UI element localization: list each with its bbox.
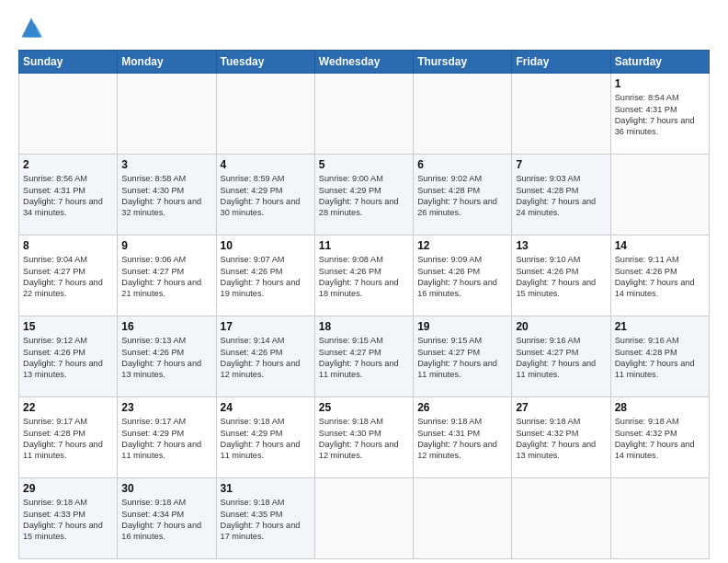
day-info: Sunrise: 8:59 AMSunset: 4:29 PMDaylight:… [221,173,311,219]
calendar-cell [610,155,709,236]
calendar-cell: 9Sunrise: 9:06 AMSunset: 4:27 PMDaylight… [118,236,216,316]
calendar-day-header: Monday [118,51,216,74]
logo-icon [18,15,44,40]
day-number: 31 [221,481,311,496]
calendar-cell [19,74,118,155]
calendar-cell: 29Sunrise: 9:18 AMSunset: 4:33 PMDayligh… [19,478,118,559]
calendar-cell [216,74,314,155]
calendar-cell: 14Sunrise: 9:11 AMSunset: 4:26 PMDayligh… [610,236,709,316]
day-number: 21 [615,319,705,334]
calendar-cell [314,74,413,155]
calendar-cell: 21Sunrise: 9:16 AMSunset: 4:28 PMDayligh… [610,316,709,397]
day-info: Sunrise: 9:18 AMSunset: 4:30 PMDaylight:… [319,416,409,462]
day-info: Sunrise: 9:02 AMSunset: 4:28 PMDaylight:… [417,173,507,219]
day-number: 15 [23,319,113,334]
day-info: Sunrise: 9:15 AMSunset: 4:27 PMDaylight:… [319,335,409,381]
day-number: 4 [221,157,311,172]
day-number: 3 [121,157,211,172]
calendar-cell: 4Sunrise: 8:59 AMSunset: 4:29 PMDaylight… [216,155,314,236]
day-number: 18 [319,319,409,334]
calendar-week-row: 15Sunrise: 9:12 AMSunset: 4:26 PMDayligh… [19,316,710,397]
calendar-cell [414,478,512,559]
day-info: Sunrise: 9:17 AMSunset: 4:28 PMDaylight:… [23,416,113,462]
calendar-cell [512,478,610,559]
day-number: 30 [121,481,211,496]
calendar-cell: 17Sunrise: 9:14 AMSunset: 4:26 PMDayligh… [216,316,314,397]
calendar-cell: 11Sunrise: 9:08 AMSunset: 4:26 PMDayligh… [314,236,413,316]
calendar-body: 1Sunrise: 8:54 AMSunset: 4:31 PMDaylight… [19,74,710,559]
day-info: Sunrise: 9:04 AMSunset: 4:27 PMDaylight:… [23,254,113,300]
day-number: 27 [516,400,606,415]
day-info: Sunrise: 9:18 AMSunset: 4:34 PMDaylight:… [121,497,211,543]
day-number: 20 [516,319,606,334]
calendar-day-header: Tuesday [216,51,314,74]
day-number: 1 [615,76,705,91]
day-info: Sunrise: 9:15 AMSunset: 4:27 PMDaylight:… [417,335,507,381]
day-number: 9 [121,238,211,253]
day-info: Sunrise: 9:18 AMSunset: 4:29 PMDaylight:… [221,416,311,462]
calendar-cell [118,74,216,155]
calendar-header-row: SundayMondayTuesdayWednesdayThursdayFrid… [19,51,710,74]
day-number: 12 [417,238,507,253]
calendar-cell: 28Sunrise: 9:18 AMSunset: 4:32 PMDayligh… [610,397,709,478]
day-number: 22 [23,400,113,415]
calendar-week-row: 2Sunrise: 8:56 AMSunset: 4:31 PMDaylight… [19,155,710,236]
calendar-cell: 16Sunrise: 9:13 AMSunset: 4:26 PMDayligh… [118,316,216,397]
day-number: 14 [615,238,705,253]
calendar-day-header: Sunday [19,51,118,74]
day-number: 7 [516,157,606,172]
calendar-cell: 20Sunrise: 9:16 AMSunset: 4:27 PMDayligh… [512,316,610,397]
day-number: 26 [417,400,507,415]
calendar-cell: 15Sunrise: 9:12 AMSunset: 4:26 PMDayligh… [19,316,118,397]
day-number: 25 [319,400,409,415]
calendar-cell: 31Sunrise: 9:18 AMSunset: 4:35 PMDayligh… [216,478,314,559]
day-info: Sunrise: 9:06 AMSunset: 4:27 PMDaylight:… [121,254,211,300]
calendar-cell: 10Sunrise: 9:07 AMSunset: 4:26 PMDayligh… [216,236,314,316]
day-number: 13 [516,238,606,253]
calendar-day-header: Saturday [610,51,709,74]
day-number: 6 [417,157,507,172]
calendar-cell: 26Sunrise: 9:18 AMSunset: 4:31 PMDayligh… [414,397,512,478]
day-number: 16 [121,319,211,334]
calendar-cell [610,478,709,559]
day-number: 8 [23,238,113,253]
day-number: 19 [417,319,507,334]
day-info: Sunrise: 9:17 AMSunset: 4:29 PMDaylight:… [121,416,211,462]
header [18,15,710,40]
calendar-cell: 22Sunrise: 9:17 AMSunset: 4:28 PMDayligh… [19,397,118,478]
day-info: Sunrise: 9:14 AMSunset: 4:26 PMDaylight:… [221,335,311,381]
day-number: 17 [221,319,311,334]
day-number: 28 [615,400,705,415]
day-info: Sunrise: 9:00 AMSunset: 4:29 PMDaylight:… [319,173,409,219]
calendar-cell: 8Sunrise: 9:04 AMSunset: 4:27 PMDaylight… [19,236,118,316]
day-info: Sunrise: 8:58 AMSunset: 4:30 PMDaylight:… [121,173,211,219]
calendar-cell: 6Sunrise: 9:02 AMSunset: 4:28 PMDaylight… [414,155,512,236]
calendar-cell [512,74,610,155]
day-info: Sunrise: 9:12 AMSunset: 4:26 PMDaylight:… [23,335,113,381]
day-info: Sunrise: 8:56 AMSunset: 4:31 PMDaylight:… [23,173,113,219]
day-info: Sunrise: 9:18 AMSunset: 4:32 PMDaylight:… [615,416,705,462]
day-info: Sunrise: 9:03 AMSunset: 4:28 PMDaylight:… [516,173,606,219]
calendar-week-row: 1Sunrise: 8:54 AMSunset: 4:31 PMDaylight… [19,74,710,155]
calendar-cell: 13Sunrise: 9:10 AMSunset: 4:26 PMDayligh… [512,236,610,316]
logo [18,15,48,40]
calendar-cell: 7Sunrise: 9:03 AMSunset: 4:28 PMDaylight… [512,155,610,236]
calendar-cell: 25Sunrise: 9:18 AMSunset: 4:30 PMDayligh… [314,397,413,478]
day-info: Sunrise: 9:16 AMSunset: 4:28 PMDaylight:… [615,335,705,381]
calendar-week-row: 8Sunrise: 9:04 AMSunset: 4:27 PMDaylight… [19,236,710,316]
calendar-cell: 27Sunrise: 9:18 AMSunset: 4:32 PMDayligh… [512,397,610,478]
day-number: 29 [23,481,113,496]
calendar-table: SundayMondayTuesdayWednesdayThursdayFrid… [18,50,710,559]
calendar-cell: 5Sunrise: 9:00 AMSunset: 4:29 PMDaylight… [314,155,413,236]
day-number: 24 [221,400,311,415]
calendar-cell: 18Sunrise: 9:15 AMSunset: 4:27 PMDayligh… [314,316,413,397]
day-info: Sunrise: 9:08 AMSunset: 4:26 PMDaylight:… [319,254,409,300]
calendar-cell: 1Sunrise: 8:54 AMSunset: 4:31 PMDaylight… [610,74,709,155]
day-number: 11 [319,238,409,253]
day-number: 23 [121,400,211,415]
day-info: Sunrise: 9:18 AMSunset: 4:32 PMDaylight:… [516,416,606,462]
calendar-day-header: Friday [512,51,610,74]
day-info: Sunrise: 9:18 AMSunset: 4:35 PMDaylight:… [221,497,311,543]
calendar-week-row: 29Sunrise: 9:18 AMSunset: 4:33 PMDayligh… [19,478,710,559]
calendar-cell: 23Sunrise: 9:17 AMSunset: 4:29 PMDayligh… [118,397,216,478]
